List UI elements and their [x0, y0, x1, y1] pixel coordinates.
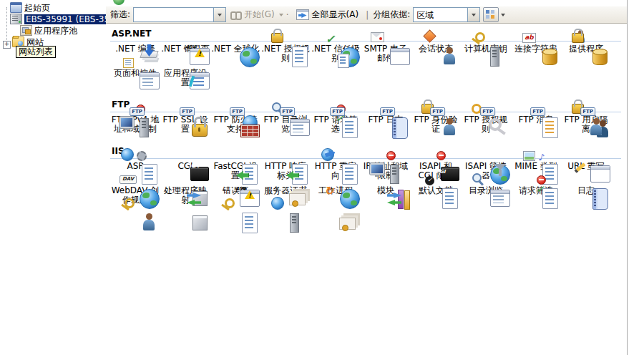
feature-ftp-authorization[interactable]: FTPFTP 授权规则: [461, 115, 511, 134]
feature-label: FTP IPv4 地址和域限制: [110, 115, 160, 134]
view-tiles-button[interactable]: [483, 7, 499, 22]
show-all-label: 全部显示(A): [312, 9, 359, 21]
icon-layer: [245, 190, 255, 199]
feature-ftp-request-filtering[interactable]: FTPFTP 请求筛选: [311, 115, 361, 134]
section-ftp: FTPFTPFTP IPv4 地址和域限制FTPFTP SSL 设置FTPFTP…: [110, 99, 627, 134]
feature-providers[interactable]: 提供程序: [561, 44, 611, 63]
feature-pages-controls[interactable]: 页面和控件: [110, 69, 160, 87]
feature-cgi[interactable]: CGICGI: [160, 162, 210, 180]
feature-request-filtering[interactable]: 请求筛选: [511, 186, 561, 205]
icon-layer: [121, 198, 135, 209]
icon-layer: [387, 193, 402, 206]
icon-layer: [592, 188, 608, 210]
feature-ftp-ssl[interactable]: FTPFTP SSL 设置: [160, 115, 210, 134]
feature-url-rewrite[interactable]: URL 重写: [561, 162, 611, 180]
feature-error-pages[interactable]: 404错误页: [210, 186, 260, 205]
icon-layer: [390, 48, 410, 65]
group-by-dropdown-button[interactable]: [467, 8, 479, 21]
group-by-combobox[interactable]: 区域: [413, 7, 480, 22]
icon-layer: [142, 164, 157, 185]
view-dropdown-icon[interactable]: [501, 14, 505, 16]
feature-ftp-directory-browsing[interactable]: FTPFTP 目录浏览: [260, 115, 311, 134]
feature-grid: ASPCGICGIFastCGI 设置HTTP 响应标头HTTP 重定向IP 地…: [110, 159, 627, 210]
features-toolbar: 筛选: 开始(G) · 全部显示(A) | 分组依据: 区域: [106, 6, 627, 24]
feature-globalization[interactable]: .NET 全球化: [210, 44, 260, 63]
go-button[interactable]: 开始(G): [228, 7, 278, 22]
tree-item-start-page[interactable]: 起始页: [0, 2, 106, 14]
iis-manager-window: 起始页 EBS-35991 (EBS-35991 应用程序池 +网站 网站列表 …: [0, 0, 644, 355]
features-panel: 筛选: 开始(G) · 全部显示(A) | 分组依据: 区域: [106, 0, 628, 355]
icon-layer: [386, 151, 396, 160]
feature-default-document[interactable]: 默认文档: [411, 186, 461, 205]
feature-logging[interactable]: 日志: [561, 186, 611, 205]
tree-item-server[interactable]: EBS-35991 (EBS-35991: [0, 14, 106, 25]
feature-http-response-headers[interactable]: HTTP 响应标头: [260, 162, 311, 180]
feature-ip-restrictions[interactable]: IP 地址和域限制: [361, 162, 411, 180]
feature-ftp-authentication[interactable]: FTPFTP 身份验证: [411, 115, 461, 134]
ftp-badge: FTP: [580, 107, 595, 116]
icon-layer: [195, 49, 205, 57]
connections-tree: 起始页 EBS-35991 (EBS-35991 应用程序池 +网站: [0, 0, 106, 48]
filter-value[interactable]: [134, 8, 213, 21]
icon-layer: [493, 195, 504, 203]
feature-webdav[interactable]: DAVWebDAV 创作规则: [110, 186, 160, 205]
feature-net-compilation[interactable]: .NET 编译: [110, 44, 160, 63]
feature-ftp-firewall[interactable]: FTPFTP 防火墙支持: [210, 115, 260, 134]
feature-isapi-cgi-restrictions[interactable]: CGIISAPI 和 CGI 限制: [411, 162, 461, 180]
feature-app-settings[interactable]: 应用程序设置: [160, 69, 210, 87]
icon-layer: [187, 193, 202, 206]
feature-ftp-messages[interactable]: FTPFTP 消息: [511, 115, 561, 134]
feature-mime-types[interactable]: MIME 类型: [511, 162, 561, 180]
icon-layer: [242, 213, 258, 233]
icon-layer: [192, 215, 208, 230]
feature-isapi-filters[interactable]: ISAPI 筛选器: [461, 162, 511, 180]
icon-layer: [590, 165, 610, 183]
icon-layer: [339, 218, 356, 230]
filter-combobox[interactable]: [133, 7, 226, 22]
icon-layer: [140, 118, 149, 137]
icon-layer: [494, 164, 506, 177]
feature-http-redirect[interactable]: HTTP 重定向: [311, 162, 361, 180]
section-iis: IISASPCGICGIFastCGI 设置HTTP 响应标头HTTP 重定向I…: [110, 145, 627, 210]
icon-layer: [324, 187, 336, 198]
expander-plus-icon[interactable]: +: [3, 41, 11, 49]
icon-layer: [240, 47, 260, 67]
feature-session-state[interactable]: 会话状态: [411, 44, 461, 63]
icon-layer: [193, 77, 204, 86]
feature-net-error-pages[interactable]: 404.NET 错误页: [160, 44, 210, 63]
go-dropdown-icon[interactable]: [279, 14, 283, 16]
icon-layer: [121, 148, 134, 161]
feature-handler-mappings[interactable]: 处理程序映射: [160, 186, 210, 205]
group-by-value[interactable]: 区域: [414, 8, 467, 21]
feature-net-trust-levels[interactable]: .NET 信任级别: [311, 44, 361, 63]
feature-worker-processes[interactable]: 工作进程: [311, 186, 361, 205]
feature-modules[interactable]: 模块: [361, 186, 411, 205]
show-all-button[interactable]: 全部显示(A): [293, 7, 362, 22]
feature-ftp-logging[interactable]: FTPFTP 日志: [361, 115, 411, 134]
feature-net-authorization[interactable]: .NET 授权规则: [260, 44, 311, 63]
feature-server-certificates[interactable]: 服务器证书: [260, 186, 311, 205]
app-pools-icon: [20, 25, 32, 36]
tree-item-app-pools[interactable]: 应用程序池: [0, 25, 106, 37]
filter-dropdown-button[interactable]: [213, 8, 225, 21]
feature-fastcgi[interactable]: FastCGI 设置: [210, 162, 260, 180]
feature-smtp-email[interactable]: SMTP 电子邮件: [361, 44, 411, 63]
feature-directory-browsing[interactable]: 目录浏览: [461, 186, 511, 205]
feature-connection-strings[interactable]: ab连接字符串: [511, 44, 561, 63]
ftp-badge: FTP: [530, 107, 545, 116]
icon-layer: [472, 173, 484, 185]
ftp-badge: FTP: [130, 107, 145, 116]
icon-layer: [425, 176, 434, 185]
icon-layer: [142, 78, 153, 86]
server-icon: [10, 14, 22, 24]
feature-asp[interactable]: ASP: [110, 162, 160, 180]
feature-grid: FTPFTP IPv4 地址和域限制FTPFTP SSL 设置FTPFTP 防火…: [110, 112, 627, 134]
show-all-icon: [296, 9, 309, 20]
feature-ftp-user-isolation[interactable]: FTPFTP 用户隔离: [561, 115, 611, 134]
ftp-badge: FTP: [430, 107, 445, 116]
icon-layer: [192, 124, 208, 137]
feature-ftp-ip-restrictions[interactable]: FTPFTP IPv4 地址和域限制: [110, 115, 160, 134]
icon-layer: [536, 185, 546, 195]
feature-machine-key[interactable]: 计算机密钥: [461, 44, 511, 63]
icon-layer: [592, 49, 608, 65]
